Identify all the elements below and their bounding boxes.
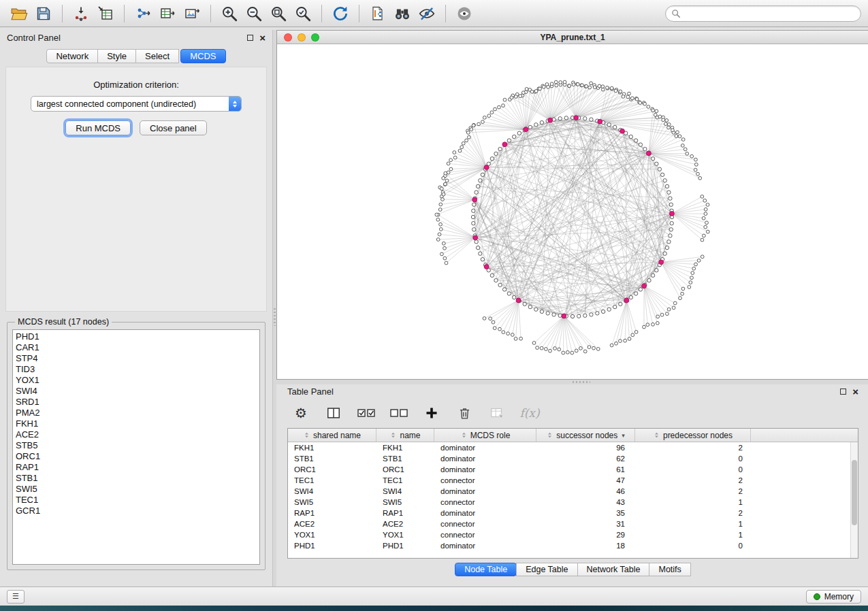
import-network-button[interactable] <box>69 3 93 24</box>
memory-button[interactable]: Memory <box>806 590 861 604</box>
open-file-button[interactable] <box>7 3 31 24</box>
mcds-result-item[interactable]: YOX1 <box>16 375 259 386</box>
control-panel-tabs: Network Style Select MCDS <box>0 49 272 63</box>
right-column: YPA_prune.txt_1 Table Panel × <box>276 30 868 587</box>
mcds-result-item[interactable]: TID3 <box>16 364 259 375</box>
mcds-result-item[interactable]: STB1 <box>16 473 259 484</box>
export-table-button[interactable] <box>155 3 180 24</box>
zoom-selected-button[interactable] <box>291 3 315 24</box>
minimize-window-icon[interactable] <box>298 33 306 42</box>
scrollbar-thumb[interactable] <box>852 460 857 525</box>
mcds-result-item[interactable]: PMA2 <box>16 408 259 418</box>
mcds-result-item[interactable]: SWI5 <box>16 484 259 495</box>
column-visibility-button[interactable] <box>324 403 343 423</box>
table-cell: connector <box>434 498 536 506</box>
refresh-button[interactable] <box>328 3 353 24</box>
close-panel-icon[interactable]: × <box>259 33 266 43</box>
column-header-mcds-role[interactable]: MCDS role <box>434 429 536 442</box>
network-titlebar[interactable]: YPA_prune.txt_1 <box>277 31 868 44</box>
tab-network-table[interactable]: Network Table <box>577 563 650 576</box>
delete-column-button[interactable] <box>455 403 474 423</box>
run-mcds-button[interactable]: Run MCDS <box>65 120 131 135</box>
table-settings-button[interactable]: ⚙ <box>291 403 310 423</box>
table-row[interactable]: YOX1YOX1connector291 <box>288 529 850 540</box>
function-builder-button[interactable]: f(x) <box>520 403 539 423</box>
mcds-result-item[interactable]: SRD1 <box>16 397 259 408</box>
table-row[interactable]: STB1STB1dominator620 <box>288 453 850 464</box>
panel-splitter[interactable] <box>273 30 276 587</box>
maximize-window-icon[interactable] <box>311 33 319 42</box>
clone-network-button[interactable] <box>366 3 390 24</box>
hide-graphics-button[interactable] <box>415 3 439 24</box>
table-cell: 1 <box>635 531 751 539</box>
table-row[interactable]: SWI5SWI5connector431 <box>288 497 850 508</box>
mcds-result-title: MCDS result (17 nodes) <box>15 317 112 327</box>
table-row[interactable]: ORC1ORC1dominator610 <box>288 464 850 475</box>
mcds-result-item[interactable]: PHD1 <box>16 331 259 342</box>
search-input[interactable] <box>684 9 855 18</box>
table-cell: dominator <box>434 542 536 550</box>
tab-network[interactable]: Network <box>46 49 98 63</box>
tab-node-table[interactable]: Node Table <box>455 563 517 576</box>
table-cell: 96 <box>536 444 635 452</box>
close-window-icon[interactable] <box>284 33 292 42</box>
save-session-button[interactable] <box>31 3 56 24</box>
zoom-fit-icon <box>270 5 287 22</box>
search-box[interactable] <box>665 5 861 22</box>
table-cell: 62 <box>536 455 635 463</box>
sort-icon <box>389 431 397 439</box>
import-table-button[interactable] <box>93 3 118 24</box>
mcds-result-list[interactable]: PHD1CAR1STP4TID3YOX1SWI4SRD1PMA2FKH1ACE2… <box>12 329 260 565</box>
column-header-successor-nodes[interactable]: successor nodes ▾ <box>536 429 635 442</box>
table-row[interactable]: FKH1FKH1dominator962 <box>288 442 850 453</box>
panel-menu-button[interactable]: ☰ <box>7 590 25 604</box>
mcds-result-item[interactable]: STP4 <box>16 353 259 364</box>
create-column-button[interactable] <box>422 403 441 423</box>
mcds-result-item[interactable]: TEC1 <box>16 495 259 506</box>
mcds-result-item[interactable]: SWI4 <box>16 386 259 397</box>
tab-edge-table[interactable]: Edge Table <box>516 563 577 576</box>
status-bar: ☰ Memory <box>0 587 868 606</box>
sort-icon <box>460 431 468 439</box>
table-splitter[interactable] <box>276 380 868 384</box>
deselect-all-button[interactable] <box>389 403 408 423</box>
table-row[interactable]: TEC1TEC1connector472 <box>288 475 850 486</box>
close-panel-icon[interactable]: × <box>852 386 858 397</box>
column-header-shared-name[interactable]: shared name <box>288 429 376 442</box>
mcds-result-item[interactable]: FKH1 <box>16 418 259 429</box>
table-row[interactable]: PHD1PHD1dominator180 <box>288 540 850 551</box>
column-header-name[interactable]: name <box>376 429 434 442</box>
criterion-dropdown[interactable]: largest connected component (undirected) <box>31 96 242 112</box>
show-graphics-button[interactable] <box>452 3 477 24</box>
zoom-in-button[interactable] <box>217 3 242 24</box>
refresh-icon <box>332 5 349 22</box>
zoom-fit-button[interactable] <box>266 3 291 24</box>
export-image-button[interactable] <box>180 3 204 24</box>
mcds-result-item[interactable]: GCR1 <box>16 506 259 516</box>
table-cell: 47 <box>536 476 635 484</box>
tab-mcds[interactable]: MCDS <box>180 49 225 63</box>
find-button[interactable] <box>390 3 415 24</box>
export-network-icon <box>135 5 151 22</box>
network-canvas[interactable] <box>277 44 868 379</box>
close-panel-button[interactable]: Close panel <box>140 120 207 135</box>
mcds-result-item[interactable]: CAR1 <box>16 342 259 353</box>
control-panel-header: Control Panel × <box>0 30 272 45</box>
mcds-result-item[interactable]: STB5 <box>16 440 259 451</box>
float-panel-icon[interactable] <box>247 35 253 41</box>
table-row[interactable]: ACE2ACE2connector311 <box>288 518 850 529</box>
select-all-button[interactable] <box>357 403 376 423</box>
export-network-button[interactable] <box>131 3 155 24</box>
zoom-out-button[interactable] <box>242 3 266 24</box>
float-panel-icon[interactable] <box>840 389 846 395</box>
table-scrollbar[interactable] <box>850 442 858 558</box>
tab-motifs[interactable]: Motifs <box>649 563 690 576</box>
tab-select[interactable]: Select <box>135 49 179 63</box>
mcds-result-item[interactable]: ORC1 <box>16 451 259 462</box>
mcds-result-item[interactable]: ACE2 <box>16 429 259 440</box>
table-row[interactable]: RAP1RAP1dominator352 <box>288 508 850 518</box>
tab-style[interactable]: Style <box>97 49 136 63</box>
mcds-result-item[interactable]: RAP1 <box>16 462 259 473</box>
column-header-predecessor-nodes[interactable]: predecessor nodes <box>635 429 751 442</box>
table-row[interactable]: SWI4SWI4dominator462 <box>288 486 850 497</box>
